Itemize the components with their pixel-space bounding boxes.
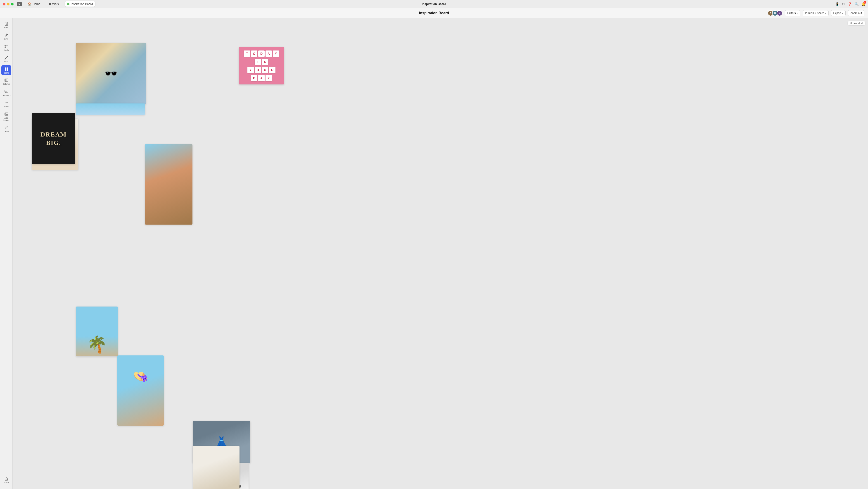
svg-point-25 <box>5 113 6 114</box>
work-dot <box>49 3 51 5</box>
main-toolbar: Inspiration Board A B C Editors ▾ Publis… <box>0 8 868 18</box>
bell-badge: 2 <box>864 1 866 4</box>
trash-icon <box>4 476 9 481</box>
sidebar-item-line[interactable]: Line <box>1 54 11 64</box>
image-sky-blue[interactable] <box>76 104 145 115</box>
avatars: A B C <box>768 10 782 16</box>
zoom-label: Zoom out <box>850 11 862 15</box>
sidebar-item-add-image[interactable]: Add image <box>1 110 11 123</box>
add-image-icon <box>4 112 9 117</box>
titlebar: M 🏠 Home Work Inspiration Board Inspirat… <box>0 0 868 8</box>
svg-rect-15 <box>5 79 6 82</box>
link-icon <box>4 33 9 37</box>
svg-rect-12 <box>6 67 8 69</box>
svg-rect-24 <box>5 113 8 115</box>
tab-home[interactable]: 🏠 Home <box>25 1 43 6</box>
column-icon <box>4 78 9 83</box>
svg-line-8 <box>5 56 8 59</box>
image-today[interactable]: T O D A Y I S Y O U R D A <box>239 47 284 84</box>
more-label: More <box>4 106 9 108</box>
publish-chevron-icon: ▾ <box>825 12 826 14</box>
editors-button[interactable]: Editors ▾ <box>785 10 800 16</box>
export-chevron-icon: ▾ <box>842 12 843 14</box>
tab-board-label: Inspiration Board <box>71 2 93 6</box>
image-beach-sunglasses[interactable] <box>76 43 146 104</box>
sidebar-item-todo[interactable]: To-do <box>1 42 11 53</box>
canvas[interactable]: 0 Unsorted <box>13 18 868 489</box>
sidebar-item-trash[interactable]: Trash <box>1 475 11 485</box>
search-icon[interactable]: 🔍 <box>855 2 859 6</box>
sidebar-item-note[interactable]: Note <box>1 20 11 30</box>
image-palm-trees[interactable] <box>76 307 118 356</box>
board-icon <box>4 66 9 71</box>
editors-label: Editors <box>787 11 796 15</box>
bell-icon[interactable]: 🔔 2 <box>861 2 865 6</box>
svg-point-21 <box>5 103 5 103</box>
svg-rect-16 <box>6 79 7 82</box>
notification-count: 21 <box>842 3 845 5</box>
image-dream-big[interactable]: DREAMBIG. <box>32 113 75 164</box>
board-dot <box>67 3 69 5</box>
traffic-lights <box>3 3 13 5</box>
main-layout: Note Link To-do <box>0 18 868 489</box>
todo-label: To-do <box>4 49 9 52</box>
fullscreen-button[interactable] <box>11 3 13 5</box>
titlebar-right: 📱 21 ❓ 🔍 🔔 2 <box>835 2 865 6</box>
line-icon <box>4 55 9 60</box>
editors-chevron-icon: ▾ <box>797 12 798 14</box>
tablet-icon[interactable]: 📱 <box>835 2 839 6</box>
sidebar-item-column[interactable]: Column <box>1 76 11 87</box>
image-pampas-room[interactable] <box>193 446 240 489</box>
image-woman-hair[interactable] <box>145 144 192 225</box>
publish-share-button[interactable]: Publish & share ▾ <box>803 10 829 16</box>
tab-work[interactable]: Work <box>46 1 61 6</box>
tab-inspiration-board[interactable]: Inspiration Board <box>65 1 95 6</box>
sidebar-item-more[interactable]: More <box>1 99 11 109</box>
svg-point-10 <box>7 56 8 57</box>
avatar-3: C <box>777 10 782 16</box>
svg-rect-13 <box>5 69 6 70</box>
comment-label: Comment <box>2 94 11 97</box>
app-icon: M <box>17 2 22 6</box>
minimize-button[interactable] <box>7 3 9 5</box>
dream-big-text: DREAMBIG. <box>40 131 67 147</box>
column-label: Column <box>3 83 10 85</box>
today-row-2: I S <box>255 59 268 65</box>
svg-rect-5 <box>5 47 6 48</box>
svg-point-23 <box>7 103 8 103</box>
svg-rect-11 <box>5 67 6 69</box>
line-label: Line <box>4 61 8 63</box>
sidebar-item-board[interactable]: Board <box>1 65 11 76</box>
tab-home-label: Home <box>33 2 40 6</box>
sidebar: Note Link To-do <box>0 18 13 489</box>
draw-icon <box>4 125 9 130</box>
sidebar-item-link[interactable]: Link <box>1 31 11 42</box>
svg-point-22 <box>6 103 6 103</box>
board-title: Inspiration Board <box>419 11 449 15</box>
link-label: Link <box>4 38 8 40</box>
sidebar-item-comment[interactable]: Comment <box>1 88 11 98</box>
comment-icon <box>4 89 9 94</box>
image-hat-woman[interactable] <box>117 355 164 426</box>
tab-work-label: Work <box>52 2 59 6</box>
add-image-label: Add image <box>2 117 10 121</box>
svg-rect-18 <box>5 90 8 92</box>
titlebar-center-title: Inspiration Board <box>422 2 446 6</box>
help-icon[interactable]: ❓ <box>848 2 852 6</box>
svg-rect-4 <box>5 45 6 46</box>
draw-label: Draw <box>4 131 9 133</box>
more-icon <box>4 100 9 105</box>
unsorted-badge: 0 Unsorted <box>848 21 865 25</box>
export-button[interactable]: Export ▾ <box>831 10 846 16</box>
today-row-1: T O D A Y <box>244 51 279 57</box>
trash-label: Trash <box>4 482 9 484</box>
zoom-button[interactable]: Zoom out <box>848 10 864 16</box>
today-row-3: Y O U R <box>247 67 276 73</box>
svg-rect-17 <box>7 79 8 82</box>
todo-icon <box>4 44 9 49</box>
close-button[interactable] <box>3 3 5 5</box>
board-label: Board <box>3 72 9 74</box>
home-icon: 🏠 <box>28 2 31 6</box>
publish-label: Publish & share <box>805 11 824 15</box>
sidebar-item-draw[interactable]: Draw <box>1 124 11 134</box>
